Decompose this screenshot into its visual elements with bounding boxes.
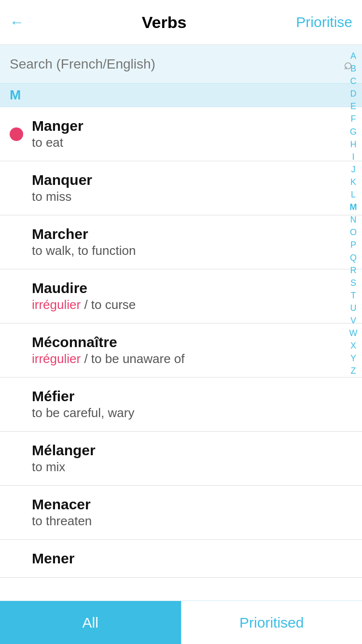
search-input[interactable] <box>10 56 344 72</box>
verb-content: Maudireirrégulier / to curse <box>32 280 352 312</box>
verb-content: Marcherto walk, to function <box>32 226 352 258</box>
alphabet-index: ABCDEFGHIJKLMNOPQRSTUVWXYZ <box>345 45 362 382</box>
alpha-letter-h[interactable]: H <box>350 138 357 151</box>
alpha-letter-r[interactable]: R <box>350 264 357 277</box>
alpha-letter-m[interactable]: M <box>350 201 357 213</box>
alpha-letter-v[interactable]: V <box>350 314 356 327</box>
verb-content: Méconnaîtreirrégulier / to be unaware of <box>32 334 352 366</box>
alpha-letter-f[interactable]: F <box>351 112 356 125</box>
tab-all[interactable]: All <box>0 601 181 644</box>
verb-definition: irrégulier / to be unaware of <box>32 351 352 366</box>
verb-name: Menacer <box>32 496 352 513</box>
verb-name: Mélanger <box>32 442 352 459</box>
alpha-letter-l[interactable]: L <box>351 188 356 201</box>
alpha-letter-z[interactable]: Z <box>351 364 356 377</box>
verb-name: Méconnaître <box>32 334 352 350</box>
verb-item[interactable]: Mener <box>0 540 362 578</box>
alpha-letter-x[interactable]: X <box>350 339 356 352</box>
alpha-letter-y[interactable]: Y <box>350 352 356 364</box>
verb-definition: to miss <box>32 189 352 204</box>
tab-bar: All Prioritised <box>0 601 362 644</box>
verb-item[interactable]: Méfierto be careful, wary <box>0 378 362 432</box>
verb-item[interactable]: Marcherto walk, to function <box>0 215 362 269</box>
search-bar: ⌕ <box>0 45 362 84</box>
verb-name: Manquer <box>32 172 352 188</box>
verb-item[interactable]: Mélangerto mix <box>0 432 362 486</box>
verb-list: Mangerto eatManquerto missMarcherto walk… <box>0 107 362 626</box>
verb-name: Mener <box>32 550 352 567</box>
alpha-letter-w[interactable]: W <box>349 327 358 339</box>
prioritise-button[interactable]: Prioritise <box>280 14 352 30</box>
verb-content: Manquerto miss <box>32 172 352 204</box>
verb-item[interactable]: Manquerto miss <box>0 161 362 215</box>
verb-name: Marcher <box>32 226 352 242</box>
alpha-letter-b[interactable]: B <box>350 62 356 75</box>
alpha-letter-d[interactable]: D <box>350 87 357 100</box>
alpha-letter-a[interactable]: A <box>350 50 356 62</box>
verb-content: Mangerto eat <box>32 118 352 150</box>
alpha-letter-n[interactable]: N <box>350 213 357 226</box>
verb-definition: irrégulier / to curse <box>32 297 352 312</box>
verb-item[interactable]: Méconnaîtreirrégulier / to be unaware of <box>0 323 362 378</box>
alpha-letter-i[interactable]: I <box>352 151 354 163</box>
alpha-letter-g[interactable]: G <box>350 126 357 138</box>
alpha-letter-t[interactable]: T <box>351 289 356 302</box>
verb-dot <box>10 127 23 141</box>
verb-content: Mener <box>32 550 352 567</box>
page-title: Verbs <box>48 13 280 32</box>
alpha-letter-c[interactable]: C <box>350 75 357 87</box>
verb-definition: to threaten <box>32 514 352 529</box>
verb-definition: to be careful, wary <box>32 406 352 420</box>
alpha-letter-q[interactable]: Q <box>350 252 357 264</box>
verb-content: Menacerto threaten <box>32 496 352 529</box>
alpha-letter-j[interactable]: J <box>351 163 356 176</box>
alpha-letter-e[interactable]: E <box>350 100 356 112</box>
back-button[interactable]: ← <box>10 14 48 30</box>
verb-definition: to eat <box>32 135 352 150</box>
navigation-bar: ← Verbs Prioritise <box>0 0 362 45</box>
alpha-letter-s[interactable]: S <box>350 277 356 289</box>
verb-name: Maudire <box>32 280 352 296</box>
verb-name: Méfier <box>32 388 352 405</box>
section-header-m: M <box>0 84 362 107</box>
alpha-letter-k[interactable]: K <box>350 176 356 188</box>
alpha-letter-p[interactable]: P <box>350 238 356 251</box>
verb-content: Méfierto be careful, wary <box>32 388 352 420</box>
verb-definition: to mix <box>32 460 352 475</box>
alpha-letter-u[interactable]: U <box>350 302 357 314</box>
verb-item[interactable]: Maudireirrégulier / to curse <box>0 269 362 323</box>
verb-item[interactable]: Menacerto threaten <box>0 486 362 540</box>
verb-definition: to walk, to function <box>32 243 352 258</box>
verb-item[interactable]: Mangerto eat <box>0 107 362 161</box>
tab-prioritised[interactable]: Prioritised <box>181 601 362 644</box>
verb-content: Mélangerto mix <box>32 442 352 475</box>
alpha-letter-o[interactable]: O <box>350 226 357 238</box>
verb-name: Manger <box>32 118 352 134</box>
